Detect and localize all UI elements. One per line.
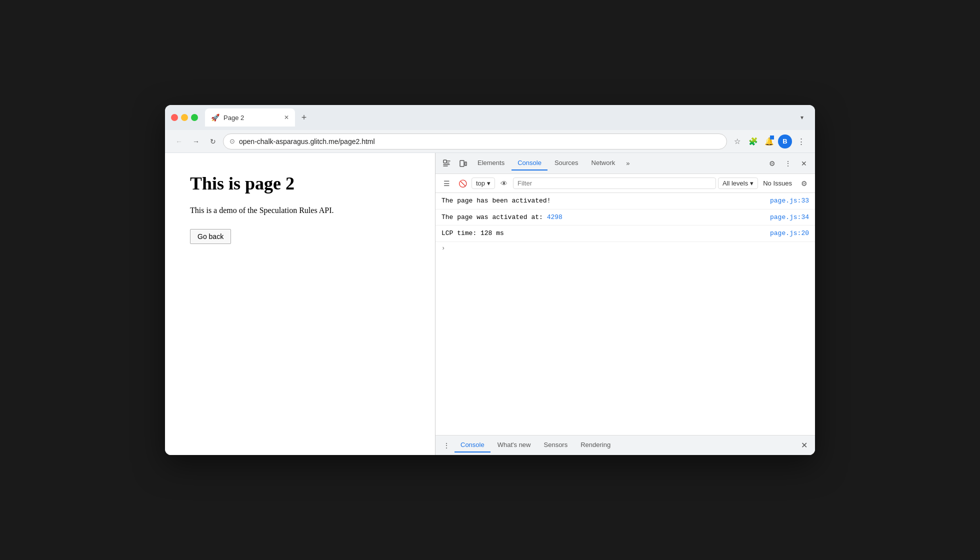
console-context-selector[interactable]: top ▾ [472, 178, 495, 189]
console-level-label: All levels [722, 180, 748, 187]
devtools-device-icon[interactable] [456, 156, 470, 171]
svg-rect-1 [460, 160, 464, 166]
console-entry-3: LCP time: 128 ms page.js:20 [436, 226, 815, 242]
devtools-inspect-icon[interactable] [440, 156, 454, 171]
console-entry-2: The page was activated at: 4298 page.js:… [436, 210, 815, 226]
bottom-tab-rendering[interactable]: Rendering [574, 438, 616, 452]
console-expand-chevron[interactable]: › [436, 242, 815, 255]
console-message-2-value: 4298 [547, 214, 562, 221]
bottom-tab-sensors[interactable]: Sensors [538, 438, 574, 452]
tab-network[interactable]: Network [586, 156, 622, 170]
minimize-traffic-light[interactable] [181, 114, 188, 121]
active-tab[interactable]: 🚀 Page 2 ✕ [205, 108, 295, 126]
nav-bar: ← → ↻ ⊙ open-chalk-asparagus.glitch.me/p… [165, 130, 815, 153]
console-link-3[interactable]: page.js:20 [770, 228, 809, 238]
tab-favicon: 🚀 [211, 114, 220, 122]
back-button[interactable]: ← [172, 134, 186, 148]
browser-window: 🚀 Page 2 ✕ + ▾ ← → ↻ ⊙ open-chalk-aspara… [165, 105, 815, 455]
devtools-close-button[interactable]: ✕ [797, 156, 811, 170]
devtools-bottom-bar: ⋮ Console What's new Sensors Rendering ✕ [436, 435, 815, 455]
address-icon: ⊙ [230, 138, 235, 145]
bottom-tab-console[interactable]: Console [454, 438, 490, 452]
title-bar: 🚀 Page 2 ✕ + ▾ [165, 105, 815, 130]
console-entry-1: The page has been activated! page.js:33 [436, 193, 815, 210]
devtools-more-button[interactable]: ⋮ [781, 156, 795, 170]
new-tab-button[interactable]: + [297, 110, 311, 124]
bottom-menu-icon[interactable]: ⋮ [440, 438, 454, 452]
refresh-button[interactable]: ↻ [206, 134, 220, 148]
tab-bar: 🚀 Page 2 ✕ + [205, 108, 791, 126]
console-output: The page has been activated! page.js:33 … [436, 193, 815, 435]
console-settings-button[interactable]: ⚙ [797, 176, 811, 190]
forward-button[interactable]: → [189, 134, 203, 148]
console-filter-input[interactable] [513, 178, 716, 189]
address-text: open-chalk-asparagus.glitch.me/page2.htm… [239, 138, 720, 146]
page-content: This is page 2 This is a demo of the Spe… [165, 153, 435, 455]
devtools-tabs: Elements Console Sources Network » ⚙ ⋮ ✕ [436, 153, 815, 174]
extension-button[interactable]: 🧩 [746, 134, 760, 148]
bookmark-button[interactable]: ☆ [730, 134, 744, 148]
tab-close-button[interactable]: ✕ [284, 114, 289, 121]
bottom-tab-whats-new[interactable]: What's new [492, 438, 537, 452]
console-context-label: top [476, 180, 485, 187]
tab-console[interactable]: Console [512, 156, 548, 170]
maximize-traffic-light[interactable] [191, 114, 198, 121]
tab-title: Page 2 [224, 114, 280, 122]
console-link-2[interactable]: page.js:34 [770, 212, 809, 222]
console-message-1: The page has been activated! [442, 196, 770, 206]
svg-rect-0 [444, 160, 446, 163]
console-level-selector[interactable]: All levels ▾ [718, 178, 758, 189]
notification-button[interactable]: 🔔 [762, 134, 776, 148]
nav-actions: ☆ 🧩 🔔 B ⋮ [730, 134, 808, 148]
devtools-tabs-more[interactable]: » [622, 158, 634, 169]
chrome-dropdown-button[interactable]: ▾ [795, 110, 809, 124]
console-sidebar-button[interactable]: ☰ [440, 176, 454, 190]
page-heading: This is page 2 [190, 173, 410, 194]
tab-sources[interactable]: Sources [548, 156, 584, 170]
go-back-button[interactable]: Go back [190, 229, 231, 244]
chevron-level-icon: ▾ [750, 180, 754, 187]
console-message-2: The page was activated at: 4298 [442, 212, 770, 222]
close-traffic-light[interactable] [171, 114, 178, 121]
devtools-tab-end: ⚙ ⋮ ✕ [765, 156, 811, 170]
title-bar-end: ▾ [795, 110, 809, 124]
console-link-1[interactable]: page.js:33 [770, 196, 809, 206]
chrome-menu-button[interactable]: ⋮ [794, 134, 808, 148]
profile-button[interactable]: B [778, 134, 792, 148]
devtools-settings-button[interactable]: ⚙ [765, 156, 779, 170]
chevron-down-icon: ▾ [487, 180, 490, 187]
console-clear-button[interactable]: 🚫 [456, 176, 470, 190]
main-area: This is page 2 This is a demo of the Spe… [165, 153, 815, 455]
console-message-3: LCP time: 128 ms [442, 228, 770, 238]
no-issues-label: No Issues [760, 178, 795, 188]
console-toolbar: ☰ 🚫 top ▾ 👁 All levels ▾ No Issues ⚙ [436, 174, 815, 193]
page-description: This is a demo of the Speculation Rules … [190, 204, 410, 217]
bottom-close-button[interactable]: ✕ [797, 438, 811, 452]
traffic-lights [171, 114, 198, 121]
console-eye-button[interactable]: 👁 [497, 176, 511, 190]
svg-rect-2 [465, 162, 466, 166]
address-bar[interactable]: ⊙ open-chalk-asparagus.glitch.me/page2.h… [223, 134, 727, 150]
devtools-panel: Elements Console Sources Network » ⚙ ⋮ ✕… [435, 153, 815, 455]
console-message-2-prefix: The page was activated at: [442, 214, 547, 221]
tab-elements[interactable]: Elements [472, 156, 510, 170]
